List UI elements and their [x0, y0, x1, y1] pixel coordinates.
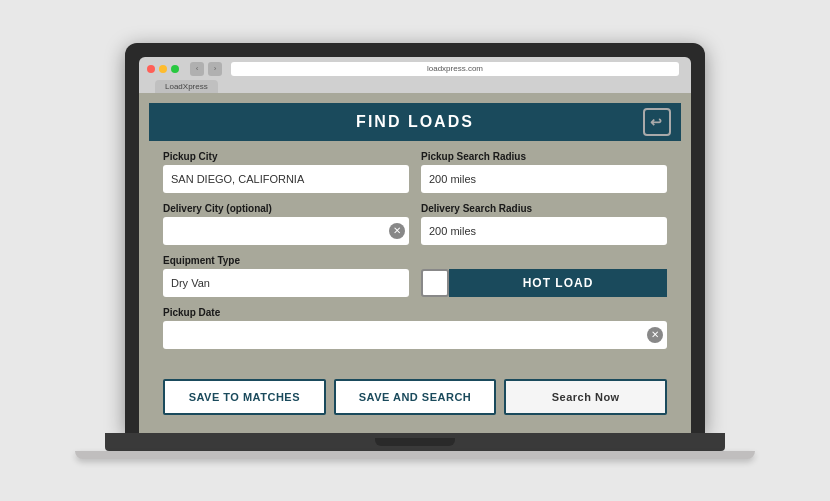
browser-tab[interactable]: LoadXpress [155, 80, 218, 93]
pickup-city-group: Pickup City [163, 151, 409, 193]
laptop-foot [75, 451, 755, 459]
page-title: FIND LOADS [356, 113, 474, 131]
hot-load-button[interactable]: HOT LOAD [449, 269, 667, 297]
delivery-radius-group: Delivery Search Radius [421, 203, 667, 245]
address-bar[interactable]: loadxpress.com [231, 62, 679, 76]
pickup-city-label: Pickup City [163, 151, 409, 162]
laptop-notch [375, 438, 455, 446]
laptop-device: ‹ › loadxpress.com LoadXpress FIND LOADS… [105, 43, 725, 459]
delivery-city-wrap: ✕ [163, 217, 409, 245]
equipment-type-label: Equipment Type [163, 255, 409, 266]
search-now-button[interactable]: Search Now [504, 379, 667, 415]
app-wrapper: FIND LOADS ↩ Pickup City Pickup Search R… [139, 93, 691, 433]
row-pickup: Pickup City Pickup Search Radius [163, 151, 667, 193]
delivery-radius-input[interactable] [421, 217, 667, 245]
delivery-radius-label: Delivery Search Radius [421, 203, 667, 214]
delivery-city-label: Delivery City (optional) [163, 203, 409, 214]
pickup-radius-label: Pickup Search Radius [421, 151, 667, 162]
back-icon-button[interactable]: ↩ [643, 108, 671, 136]
pickup-date-wrap: ✕ [163, 321, 667, 349]
pickup-radius-input[interactable] [421, 165, 667, 193]
row-equipment-hot: Equipment Type HOT LOAD [163, 255, 667, 297]
close-window-button[interactable] [147, 65, 155, 73]
minimize-window-button[interactable] [159, 65, 167, 73]
save-and-search-button[interactable]: SAVE AND SEARCH [334, 379, 497, 415]
traffic-lights [147, 65, 179, 73]
equipment-type-group: Equipment Type [163, 255, 409, 297]
save-to-matches-button[interactable]: SAVE TO MATCHES [163, 379, 326, 415]
delivery-city-clear-button[interactable]: ✕ [389, 223, 405, 239]
maximize-window-button[interactable] [171, 65, 179, 73]
hot-load-group: HOT LOAD [421, 269, 667, 297]
pickup-city-input[interactable] [163, 165, 409, 193]
delivery-city-input[interactable] [163, 217, 409, 245]
browser-chrome: ‹ › loadxpress.com LoadXpress [139, 57, 691, 93]
pickup-date-clear-button[interactable]: ✕ [647, 327, 663, 343]
back-nav-button[interactable]: ‹ [190, 62, 204, 76]
pickup-date-label: Pickup Date [163, 307, 667, 318]
row-delivery: Delivery City (optional) ✕ Delivery Sear… [163, 203, 667, 245]
browser-nav: ‹ › [190, 62, 222, 76]
laptop-screen: ‹ › loadxpress.com LoadXpress FIND LOADS… [125, 43, 705, 433]
form-area: Pickup City Pickup Search Radius Deliver… [149, 141, 681, 371]
laptop-base [105, 433, 725, 451]
app-header: FIND LOADS ↩ [149, 103, 681, 141]
browser-content: FIND LOADS ↩ Pickup City Pickup Search R… [139, 93, 691, 433]
equipment-type-input[interactable] [163, 269, 409, 297]
pickup-date-group: Pickup Date ✕ [163, 307, 667, 349]
row-pickup-date: Pickup Date ✕ [163, 307, 667, 349]
hot-load-checkbox[interactable] [421, 269, 449, 297]
forward-nav-button[interactable]: › [208, 62, 222, 76]
pickup-date-input[interactable] [163, 321, 667, 349]
delivery-city-group: Delivery City (optional) ✕ [163, 203, 409, 245]
bottom-buttons: SAVE TO MATCHES SAVE AND SEARCH Search N… [149, 371, 681, 423]
pickup-radius-group: Pickup Search Radius [421, 151, 667, 193]
